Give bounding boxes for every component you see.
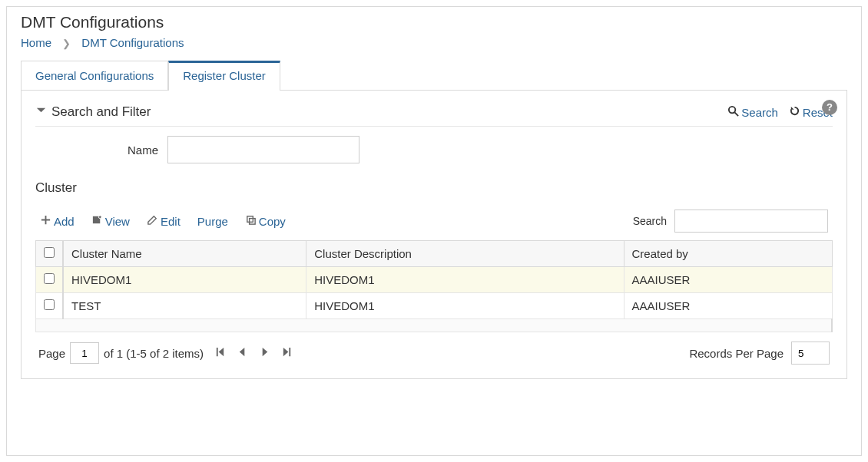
plus-icon [40, 214, 51, 228]
tab-general-configurations[interactable]: General Configurations [21, 61, 168, 91]
tab-register-cluster[interactable]: Register Cluster [168, 61, 280, 91]
col-cluster-name[interactable]: Cluster Name [63, 241, 306, 267]
row-checkbox[interactable] [44, 273, 55, 284]
breadcrumb-home[interactable]: Home [21, 36, 51, 49]
tabs: General Configurations Register Cluster [21, 60, 847, 91]
svg-rect-5 [249, 219, 255, 225]
cell-desc: HIVEDOM1 [306, 293, 624, 319]
cell-created: AAAIUSER [624, 293, 832, 319]
toolbar-search-label: Search [633, 215, 667, 227]
reset-icon [789, 105, 800, 119]
prev-page-icon[interactable] [237, 346, 248, 360]
chevron-right-icon: ❯ [62, 38, 71, 49]
view-button[interactable]: View [91, 214, 130, 228]
svg-line-1 [735, 112, 739, 116]
name-label: Name [112, 144, 158, 157]
cluster-table: Cluster Name Cluster Description Created… [35, 240, 833, 332]
cluster-heading: Cluster [35, 180, 833, 196]
breadcrumb-current[interactable]: DMT Configurations [81, 36, 184, 49]
cell-desc: HIVEDOM1 [306, 267, 624, 293]
search-filter-title: Search and Filter [51, 104, 151, 120]
page-label: Page [38, 347, 65, 360]
name-input[interactable] [167, 136, 359, 163]
page-input[interactable] [70, 342, 99, 364]
select-all-header [36, 241, 64, 267]
cell-created: AAAIUSER [624, 267, 832, 293]
select-all-checkbox[interactable] [44, 247, 55, 258]
help-icon[interactable]: ? [822, 100, 837, 115]
cell-name: HIVEDOM1 [63, 267, 306, 293]
rpp-input[interactable] [791, 342, 830, 365]
page-title: DMT Configurations [21, 7, 847, 35]
table-row[interactable]: HIVEDOM1 HIVEDOM1 AAAIUSER [36, 267, 833, 293]
copy-icon [245, 214, 257, 228]
page-summary: of 1 (1-5 of 2 items) [104, 347, 204, 360]
breadcrumb: Home ❯ DMT Configurations [21, 35, 847, 60]
svg-point-3 [98, 216, 101, 219]
col-cluster-desc[interactable]: Cluster Description [306, 241, 624, 267]
purge-button[interactable]: Purge [197, 214, 228, 228]
edit-icon [147, 214, 158, 228]
view-icon [91, 214, 103, 228]
svg-point-0 [729, 107, 735, 113]
row-checkbox[interactable] [44, 299, 55, 310]
table-footer-row [36, 319, 833, 332]
search-icon [727, 105, 739, 119]
table-row[interactable]: TEST HIVEDOM1 AAAIUSER [36, 293, 833, 319]
toolbar-search-input[interactable] [674, 210, 828, 233]
tab-content: ? Search and Filter Search [21, 91, 847, 379]
copy-button[interactable]: Copy [245, 214, 286, 228]
svg-rect-4 [247, 216, 253, 223]
next-page-icon[interactable] [259, 346, 270, 360]
last-page-icon[interactable] [281, 346, 293, 360]
search-filter-header[interactable]: Search and Filter [35, 104, 151, 120]
col-created-by[interactable]: Created by [624, 241, 832, 267]
edit-button[interactable]: Edit [147, 214, 181, 228]
chevron-down-icon [35, 104, 47, 120]
cell-name: TEST [63, 293, 306, 319]
search-button[interactable]: Search [727, 105, 778, 119]
rpp-label: Records Per Page [689, 347, 784, 360]
add-button[interactable]: Add [40, 214, 75, 228]
first-page-icon[interactable] [214, 346, 226, 360]
